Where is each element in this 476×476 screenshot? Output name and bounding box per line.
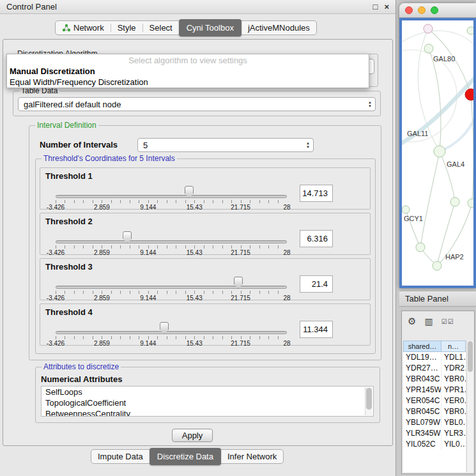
network-node[interactable] <box>434 146 445 157</box>
network-window-titlebar <box>399 3 476 18</box>
selected-network-node[interactable] <box>465 89 473 100</box>
threshold-slider[interactable]: -3.426 2.859 9.144 15.43 21.715 28 <box>56 230 287 254</box>
tab-discretize-data[interactable]: Discretize Data <box>150 448 221 465</box>
table-cell[interactable]: YDR27… <box>403 363 441 374</box>
table-cell[interactable]: YPR1… <box>441 385 466 395</box>
tab-cyni-toolbox[interactable]: Cyni Toolbox <box>179 19 242 36</box>
zoom-traffic-light-icon[interactable] <box>431 6 438 14</box>
slider-track[interactable] <box>56 331 287 334</box>
table-cell[interactable]: YBR043C <box>403 374 441 385</box>
tab-infer-network[interactable]: Infer Network <box>221 450 283 463</box>
threshold-slider[interactable]: -3.426 2.859 9.144 15.43 21.715 28 <box>56 321 287 345</box>
list-item[interactable]: SelfLoops <box>42 387 373 397</box>
table-cell[interactable]: YDR2… <box>441 363 466 374</box>
table-row[interactable]: YBR045CYBR0… <box>403 406 466 417</box>
network-node[interactable] <box>468 199 473 208</box>
table-cell[interactable]: YLR3… <box>441 428 466 439</box>
table-scrollbar[interactable] <box>466 341 473 472</box>
table-cell[interactable]: YBR0… <box>441 374 466 385</box>
table-cell[interactable]: YDL19… <box>403 352 441 363</box>
threshold-slider[interactable]: -3.426 2.859 9.144 15.43 21.715 28 <box>56 185 287 209</box>
column-header-shared-name[interactable]: shared… <box>403 341 441 352</box>
settings-gear-icon[interactable]: ⚙ <box>408 316 416 327</box>
slider-tick-labels: -3.426 2.859 9.144 15.43 21.715 28 <box>56 204 287 211</box>
table-cell[interactable]: YDL1… <box>441 352 466 363</box>
column-header-name[interactable]: n… <box>441 341 466 352</box>
network-node[interactable] <box>416 243 425 252</box>
threshold-value-field[interactable]: 6.316 <box>300 230 333 247</box>
slider-track[interactable] <box>56 240 287 243</box>
slider-track[interactable] <box>56 286 287 289</box>
tab-label: jActiveMNodules <box>248 23 310 33</box>
threshold-value-field[interactable]: 14.713 <box>300 185 333 202</box>
table-row[interactable]: YER054CYER0… <box>403 395 466 406</box>
list-item[interactable]: TopologicalCoefficient <box>42 397 373 408</box>
table-row[interactable]: YPR145WYPR1… <box>403 385 466 395</box>
network-node[interactable] <box>424 44 433 53</box>
threshold-value-field[interactable]: 21.4 <box>300 275 333 293</box>
table-row[interactable]: YLR345WYLR3… <box>403 428 466 439</box>
tab-impute-data[interactable]: Impute Data <box>91 450 150 463</box>
tick-label: -3.426 <box>47 204 65 211</box>
table-row[interactable]: YBR043CYBR0… <box>403 374 466 385</box>
network-node[interactable] <box>402 206 410 213</box>
minimize-traffic-light-icon[interactable] <box>418 6 426 14</box>
dropdown-option-equal-width[interactable]: Equal Width/Frequency Discretization <box>7 77 369 88</box>
tab-style[interactable]: Style <box>111 21 142 35</box>
network-node[interactable] <box>467 27 473 35</box>
tab-label: Style <box>118 23 136 33</box>
slider-track[interactable] <box>56 195 287 198</box>
control-panel-window: Control Panel □ × Network Style Select <box>0 0 396 476</box>
number-of-intervals-select[interactable]: 5 ▲ ▼ <box>137 138 314 152</box>
scrollbar-thumb[interactable] <box>468 341 473 372</box>
close-traffic-light-icon[interactable] <box>405 6 413 14</box>
table-cell[interactable]: YBR0… <box>441 406 466 417</box>
tick-label: 21.715 <box>231 204 250 211</box>
table-header-row: shared… n… <box>403 341 466 352</box>
threshold-value-field[interactable]: 11.344 <box>300 321 333 338</box>
table-data-select[interactable]: galFiltered.sif default node ▲ ▼ <box>18 97 376 111</box>
network-node[interactable] <box>424 24 433 33</box>
close-icon[interactable]: × <box>384 2 389 12</box>
tick-label: 2.859 <box>94 249 110 256</box>
table-cell[interactable]: YIL052C <box>403 439 441 450</box>
apply-button[interactable]: Apply <box>172 429 213 442</box>
select-rows-checkboxes-icon[interactable]: ☑☑ <box>441 318 454 325</box>
dropdown-option-manual[interactable]: Manual Discretization <box>7 66 369 77</box>
scrollbar-thumb[interactable] <box>366 388 372 410</box>
tab-select[interactable]: Select <box>143 21 179 35</box>
threshold-slider[interactable]: -3.426 2.859 9.144 15.43 21.715 28 <box>56 275 287 300</box>
table-cell[interactable]: YER054C <box>403 395 441 406</box>
tab-network[interactable]: Network <box>56 21 111 35</box>
list-item[interactable]: BetweennessCentrality <box>42 408 373 417</box>
network-graph: GAL80 GAL11 GAL4 GCY1 HAP2 <box>402 20 473 286</box>
table-row[interactable]: YDL19…YDL1… <box>403 352 466 363</box>
table-cell[interactable]: YBL079W <box>403 417 441 428</box>
table-row[interactable]: YDR27…YDR2… <box>403 363 466 374</box>
table-cell[interactable]: YBR045C <box>403 406 441 417</box>
table-row[interactable]: YBL079WYBL0… <box>403 417 466 428</box>
table-cell[interactable]: YPR145W <box>403 385 441 395</box>
float-window-icon[interactable]: □ <box>373 2 378 12</box>
table-cell[interactable]: YIL0… <box>441 439 466 450</box>
table-panel-window: ⚙ ▥ ☑☑ shared… n… YDL19…YDL1… YDR27…YDR2… <box>401 311 475 474</box>
slider-tick-labels: -3.426 2.859 9.144 15.43 21.715 28 <box>56 295 287 302</box>
group-title: Threshold's Coordinates for 5 Intervals <box>42 154 177 163</box>
intervals-selected-value: 5 <box>138 141 303 150</box>
network-node[interactable] <box>450 197 459 206</box>
tick-label: 2.859 <box>94 340 110 347</box>
control-panel-titlebar: Control Panel □ × <box>0 0 395 14</box>
columns-icon[interactable]: ▥ <box>424 316 433 326</box>
network-node[interactable] <box>433 261 441 270</box>
table-cell[interactable]: YER0… <box>441 395 466 406</box>
table-cell[interactable]: YLR345W <box>403 428 441 439</box>
tick-label: 9.144 <box>140 340 156 347</box>
list-scrollbar[interactable] <box>365 387 372 415</box>
tab-jactivemnodules[interactable]: jActiveMNodules <box>242 21 316 35</box>
table-row[interactable]: YIL052CYIL0… <box>403 439 466 450</box>
desktop: Control Panel □ × Network Style Select <box>0 0 476 476</box>
network-canvas[interactable]: GAL80 GAL11 GAL4 GCY1 HAP2 <box>402 20 473 286</box>
table-cell[interactable]: YBL0… <box>441 417 466 428</box>
threshold-label: Threshold 1 <box>45 171 93 181</box>
window-title: Control Panel <box>6 2 57 12</box>
